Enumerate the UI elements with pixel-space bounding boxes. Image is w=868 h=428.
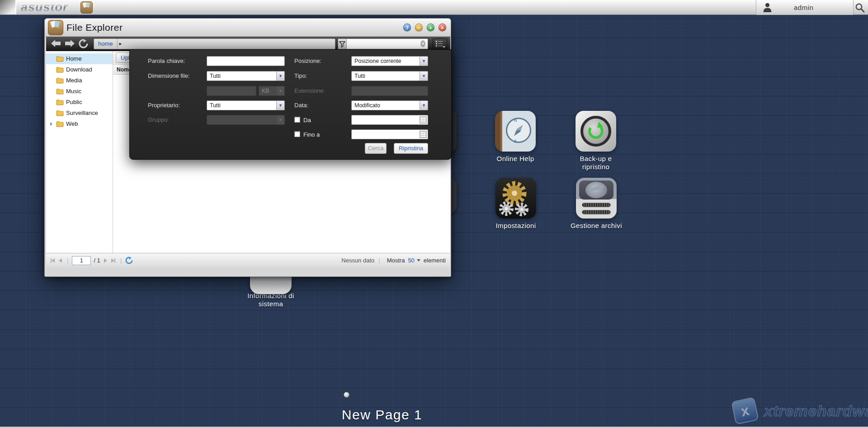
next-page-button[interactable]	[104, 258, 107, 263]
filter-input[interactable]	[347, 39, 420, 49]
user-name: admin	[794, 0, 813, 15]
reset-button[interactable]: Ripristina	[394, 143, 428, 154]
from-date-input[interactable]	[351, 115, 428, 125]
calendar-icon[interactable]	[420, 131, 427, 138]
sidebar-item-music[interactable]: Music	[46, 86, 113, 97]
filesize-label: Dimensione file:	[148, 71, 190, 81]
page-number-input[interactable]	[72, 256, 91, 265]
settings-label[interactable]: Impostazioni	[480, 222, 552, 230]
chevron-down-icon: ▼	[420, 101, 428, 110]
chevron-down-icon: ▼	[420, 57, 428, 66]
window-titlebar[interactable]: File Explorer ? − + ×	[45, 19, 451, 37]
pagination-bar: | / 1 | Nessun dato | Mostra 50 elementi	[46, 253, 450, 267]
keyword-input[interactable]	[207, 56, 285, 66]
keyword-label: Parola chiave:	[148, 56, 185, 66]
filesize-unit-select-disabled: KB▼	[259, 86, 285, 96]
calendar-icon[interactable]	[420, 116, 427, 124]
advanced-search-panel: Parola chiave: Posizione: Posizione corr…	[129, 49, 452, 160]
mostra-label: Mostra	[387, 257, 405, 264]
extension-label: Estensione:	[294, 86, 325, 96]
sidebar-item-surveillance[interactable]: Surveillance	[46, 108, 113, 119]
breadcrumb-home[interactable]: home	[94, 39, 117, 49]
position-label: Posizione:	[294, 56, 321, 66]
back-button[interactable]	[51, 39, 61, 48]
to-date-input[interactable]	[351, 129, 428, 139]
window-maximize-button[interactable]: +	[427, 24, 434, 31]
date-mode-select[interactable]: Modificato▼	[351, 100, 428, 110]
top-bar: asustor admin	[0, 0, 868, 15]
breadcrumb[interactable]: home ▶	[94, 38, 335, 49]
asustor-logo: asustor	[21, 0, 68, 15]
watermark: x xtremehardware.it	[733, 399, 868, 423]
folder-icon	[56, 88, 64, 95]
file-explorer-app-icon	[48, 20, 63, 35]
search-button[interactable]: Cerca	[365, 143, 387, 154]
group-label: Gruppo:	[148, 115, 169, 125]
storage-manager-icon[interactable]	[576, 178, 617, 219]
chevron-down-icon: ▼	[276, 101, 284, 110]
breadcrumb-expand-icon[interactable]: ▶	[117, 39, 124, 49]
owner-select[interactable]: Tutti▼	[207, 100, 285, 110]
desktop-page-label: New Page 1	[312, 407, 452, 423]
chevron-down-icon: ▼	[420, 71, 428, 81]
system-info-label[interactable]: Informazioni di sistema	[241, 292, 300, 308]
corner-widget[interactable]	[0, 0, 16, 14]
last-page-button[interactable]	[111, 258, 115, 263]
folder-icon	[56, 77, 64, 84]
view-options-button[interactable]	[433, 38, 447, 49]
green-restore-arrow-icon	[586, 121, 606, 141]
per-page-select[interactable]: 50	[408, 257, 414, 264]
sidebar-item-media[interactable]: Media	[46, 75, 113, 86]
elementi-label: elementi	[424, 257, 446, 264]
backup-restore-icon[interactable]	[576, 111, 616, 152]
sidebar-item-public[interactable]: Public	[46, 97, 113, 108]
first-page-button[interactable]	[51, 258, 55, 263]
desktop-page-indicator[interactable]	[344, 392, 349, 398]
chevron-down-icon: ▼	[276, 115, 284, 124]
folder-icon	[56, 110, 64, 116]
gears-icon	[495, 178, 536, 219]
filesize-select[interactable]: Tutti▼	[207, 71, 285, 81]
watermark-text: xtremehardware.it	[764, 402, 868, 420]
sidebar-item-web[interactable]: Web	[46, 119, 113, 129]
backup-restore-label[interactable]: Back-up e ripristino	[569, 155, 623, 171]
filesize-value-input-disabled	[207, 86, 256, 96]
page-count-label: / 1	[94, 257, 100, 264]
prev-page-button[interactable]	[59, 258, 62, 263]
type-label: Tipo:	[294, 71, 307, 81]
type-select[interactable]: Tutti▼	[351, 71, 428, 81]
filter-icon[interactable]	[338, 39, 347, 49]
search-icon[interactable]	[854, 2, 865, 13]
storage-manager-label[interactable]: Gestione archivi	[560, 222, 632, 230]
folder-icon	[56, 99, 64, 105]
to-date-checkbox[interactable]	[294, 131, 300, 137]
owner-label: Proprietario:	[148, 100, 180, 110]
from-date-checkbox[interactable]	[294, 117, 300, 123]
settings-icon[interactable]	[495, 178, 536, 219]
date-label: Data:	[294, 100, 308, 110]
online-help-icon[interactable]: N S	[495, 111, 536, 152]
window-help-button[interactable]: ?	[403, 24, 411, 31]
online-help-label[interactable]: Online Help	[479, 155, 552, 163]
user-menu[interactable]: admin	[756, 0, 854, 15]
user-icon	[762, 2, 773, 13]
group-select-disabled: ▼	[207, 115, 285, 125]
folder-icon	[56, 67, 64, 73]
refresh-button[interactable]	[79, 39, 88, 48]
chevron-down-icon: ▼	[276, 86, 284, 95]
window-minimize-button[interactable]: −	[415, 24, 423, 31]
sidebar-item-download[interactable]: Download	[46, 64, 113, 75]
file-explorer-taskbar-icon[interactable]	[80, 1, 93, 14]
expand-caret-icon[interactable]	[50, 122, 52, 126]
sidebar-item-home[interactable]: Home	[46, 53, 113, 64]
window-close-button[interactable]: ×	[439, 24, 446, 31]
chevron-down-icon[interactable]	[417, 259, 420, 262]
clear-filter-icon[interactable]: ×	[420, 40, 425, 47]
forward-button[interactable]	[65, 39, 75, 48]
refresh-list-icon[interactable]	[125, 257, 133, 264]
position-select[interactable]: Posizione corrente▼	[351, 56, 428, 66]
folder-tree: Home Download Media Music Public Surveil…	[46, 51, 113, 256]
to-date-label: Fino a	[303, 131, 320, 138]
folder-icon	[56, 56, 64, 62]
window-title: File Explorer	[66, 19, 123, 37]
